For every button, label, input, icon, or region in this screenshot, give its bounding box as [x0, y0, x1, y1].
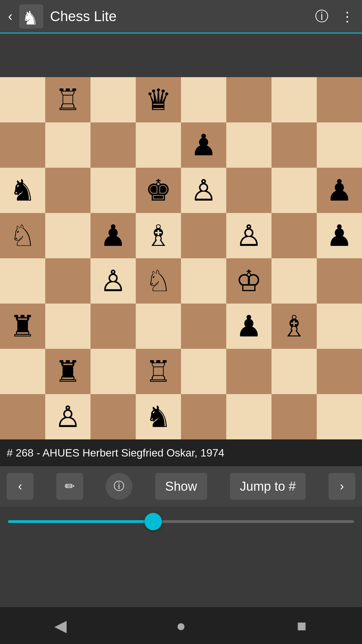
cell-r7-c2[interactable]	[90, 394, 136, 439]
cell-r0-c1[interactable]: ♖	[45, 77, 90, 122]
cell-r1-c3[interactable]	[136, 122, 181, 168]
svg-text:♞: ♞	[22, 7, 39, 29]
cell-r5-c4[interactable]	[181, 304, 226, 349]
app-title: Chess Lite	[50, 8, 308, 24]
cell-r4-c2[interactable]: ♙	[90, 258, 136, 304]
cell-r0-c5[interactable]	[226, 77, 272, 122]
cell-r7-c6[interactable]	[272, 394, 317, 439]
cell-r3-c6[interactable]	[272, 213, 317, 258]
cell-r7-c5[interactable]	[226, 394, 272, 439]
cell-r6-c6[interactable]	[272, 349, 317, 394]
cell-r2-c3[interactable]: ♚	[136, 168, 181, 213]
chess-board[interactable]: ♖♛♟♞♚♙♟♘♟♗♙♟♙♘♔♜♟♗♜♖♙♞	[0, 77, 362, 439]
cell-r1-c1[interactable]	[45, 122, 90, 168]
cell-r2-c4[interactable]: ♙	[181, 168, 226, 213]
slider-container	[0, 506, 362, 537]
cell-r3-c1[interactable]	[45, 213, 90, 258]
cell-r0-c7[interactable]	[317, 77, 362, 122]
cell-r1-c6[interactable]	[272, 122, 317, 168]
edit-button[interactable]: ✏	[56, 473, 83, 500]
cell-r6-c3[interactable]: ♖	[136, 349, 181, 394]
cell-r3-c3[interactable]: ♗	[136, 213, 181, 258]
cell-r7-c4[interactable]	[181, 394, 226, 439]
top-bar: ‹ ♞ Chess Lite ⓘ ⋮	[0, 0, 362, 34]
slider-thumb[interactable]	[144, 513, 162, 530]
cell-r0-c4[interactable]	[181, 77, 226, 122]
cell-r4-c1[interactable]	[45, 258, 90, 304]
cell-r1-c5[interactable]	[226, 122, 272, 168]
cell-r6-c0[interactable]	[0, 349, 45, 394]
cell-r0-c6[interactable]	[272, 77, 317, 122]
cell-r1-c7[interactable]	[317, 122, 362, 168]
cell-r3-c7[interactable]: ♟	[317, 213, 362, 258]
cell-r2-c1[interactable]	[45, 168, 90, 213]
cell-r3-c4[interactable]	[181, 213, 226, 258]
cell-r0-c0[interactable]	[0, 77, 45, 122]
cell-r7-c7[interactable]	[317, 394, 362, 439]
nav-home-button[interactable]: ●	[168, 612, 194, 639]
cell-r2-c0[interactable]: ♞	[0, 168, 45, 213]
slider-track[interactable]	[8, 520, 354, 523]
cell-r3-c0[interactable]: ♘	[0, 213, 45, 258]
bottom-spacer	[0, 537, 362, 607]
cell-r6-c4[interactable]	[181, 349, 226, 394]
jump-button[interactable]: Jump to #	[230, 473, 306, 500]
cell-r1-c0[interactable]	[0, 122, 45, 168]
cell-r6-c2[interactable]	[90, 349, 136, 394]
puzzle-info-text: # 268 - AHUES Herbert Siegfried Oskar, 1…	[7, 447, 224, 459]
cell-r7-c3[interactable]: ♞	[136, 394, 181, 439]
cell-r5-c6[interactable]: ♗	[272, 304, 317, 349]
back-button[interactable]: ‹	[8, 9, 12, 24]
cell-r5-c7[interactable]	[317, 304, 362, 349]
cell-r4-c5[interactable]: ♔	[226, 258, 272, 304]
cell-r4-c3[interactable]: ♘	[136, 258, 181, 304]
cell-r3-c2[interactable]: ♟	[90, 213, 136, 258]
cell-r1-c4[interactable]: ♟	[181, 122, 226, 168]
show-button[interactable]: Show	[155, 473, 207, 500]
app-icon: ♞	[19, 4, 43, 29]
cell-r6-c5[interactable]	[226, 349, 272, 394]
next-button[interactable]: ›	[328, 473, 355, 500]
cell-r5-c5[interactable]: ♟	[226, 304, 272, 349]
cell-r5-c3[interactable]	[136, 304, 181, 349]
slider-fill	[8, 520, 153, 523]
cell-r7-c0[interactable]	[0, 394, 45, 439]
cell-r6-c7[interactable]	[317, 349, 362, 394]
top-spacer	[0, 34, 362, 77]
cell-r5-c0[interactable]: ♜	[0, 304, 45, 349]
more-icon[interactable]: ⋮	[341, 9, 354, 24]
cell-r2-c6[interactable]	[272, 168, 317, 213]
topbar-actions: ⓘ ⋮	[315, 7, 354, 25]
cell-r0-c3[interactable]: ♛	[136, 77, 181, 122]
prev-button[interactable]: ‹	[7, 473, 34, 500]
cell-r0-c2[interactable]	[90, 77, 136, 122]
cell-r5-c1[interactable]	[45, 304, 90, 349]
info-button[interactable]: ⓘ	[106, 473, 132, 500]
controls-bar: ‹ ✏ ⓘ Show Jump to # ›	[0, 466, 362, 506]
navbar: ◀ ● ■	[0, 607, 362, 644]
cell-r4-c6[interactable]	[272, 258, 317, 304]
nav-back-button[interactable]: ◀	[47, 612, 74, 639]
cell-r7-c1[interactable]: ♙	[45, 394, 90, 439]
cell-r2-c2[interactable]	[90, 168, 136, 213]
cell-r4-c7[interactable]	[317, 258, 362, 304]
puzzle-info: # 268 - AHUES Herbert Siegfried Oskar, 1…	[0, 439, 362, 466]
cell-r1-c2[interactable]	[90, 122, 136, 168]
cell-r6-c1[interactable]: ♜	[45, 349, 90, 394]
cell-r5-c2[interactable]	[90, 304, 136, 349]
cell-r2-c5[interactable]	[226, 168, 272, 213]
cell-r2-c7[interactable]: ♟	[317, 168, 362, 213]
info-icon[interactable]: ⓘ	[315, 7, 328, 25]
cell-r3-c5[interactable]: ♙	[226, 213, 272, 258]
cell-r4-c0[interactable]	[0, 258, 45, 304]
cell-r4-c4[interactable]	[181, 258, 226, 304]
chess-board-container: ♖♛♟♞♚♙♟♘♟♗♙♟♙♘♔♜♟♗♜♖♙♞	[0, 77, 362, 439]
nav-square-button[interactable]: ■	[288, 612, 315, 639]
